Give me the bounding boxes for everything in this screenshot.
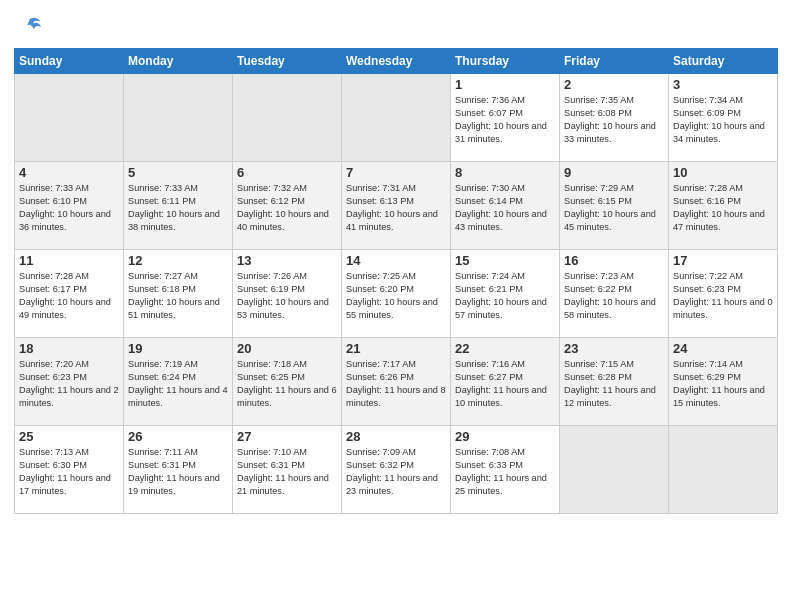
calendar-cell: 2Sunrise: 7:35 AM Sunset: 6:08 PM Daylig… [560, 74, 669, 162]
day-info: Sunrise: 7:10 AM Sunset: 6:31 PM Dayligh… [237, 446, 337, 498]
day-info: Sunrise: 7:27 AM Sunset: 6:18 PM Dayligh… [128, 270, 228, 322]
calendar-cell: 9Sunrise: 7:29 AM Sunset: 6:15 PM Daylig… [560, 162, 669, 250]
calendar-cell [15, 74, 124, 162]
day-number: 22 [455, 341, 555, 356]
day-number: 5 [128, 165, 228, 180]
day-info: Sunrise: 7:13 AM Sunset: 6:30 PM Dayligh… [19, 446, 119, 498]
day-info: Sunrise: 7:22 AM Sunset: 6:23 PM Dayligh… [673, 270, 773, 322]
calendar-cell: 16Sunrise: 7:23 AM Sunset: 6:22 PM Dayli… [560, 250, 669, 338]
logo-bird-icon [16, 14, 44, 42]
calendar-week-row: 1Sunrise: 7:36 AM Sunset: 6:07 PM Daylig… [15, 74, 778, 162]
day-of-week-header: Wednesday [342, 49, 451, 74]
calendar-cell: 7Sunrise: 7:31 AM Sunset: 6:13 PM Daylig… [342, 162, 451, 250]
day-number: 16 [564, 253, 664, 268]
page: SundayMondayTuesdayWednesdayThursdayFrid… [0, 0, 792, 612]
calendar-cell [560, 426, 669, 514]
day-info: Sunrise: 7:32 AM Sunset: 6:12 PM Dayligh… [237, 182, 337, 234]
day-info: Sunrise: 7:18 AM Sunset: 6:25 PM Dayligh… [237, 358, 337, 410]
day-info: Sunrise: 7:19 AM Sunset: 6:24 PM Dayligh… [128, 358, 228, 410]
day-of-week-header: Thursday [451, 49, 560, 74]
day-number: 7 [346, 165, 446, 180]
day-number: 17 [673, 253, 773, 268]
day-number: 27 [237, 429, 337, 444]
day-of-week-header: Tuesday [233, 49, 342, 74]
calendar-cell: 24Sunrise: 7:14 AM Sunset: 6:29 PM Dayli… [669, 338, 778, 426]
day-of-week-header: Monday [124, 49, 233, 74]
day-number: 13 [237, 253, 337, 268]
day-number: 14 [346, 253, 446, 268]
day-of-week-header: Saturday [669, 49, 778, 74]
day-number: 1 [455, 77, 555, 92]
logo [14, 14, 44, 42]
day-info: Sunrise: 7:34 AM Sunset: 6:09 PM Dayligh… [673, 94, 773, 146]
day-info: Sunrise: 7:20 AM Sunset: 6:23 PM Dayligh… [19, 358, 119, 410]
calendar-week-row: 4Sunrise: 7:33 AM Sunset: 6:10 PM Daylig… [15, 162, 778, 250]
day-number: 19 [128, 341, 228, 356]
calendar-cell: 12Sunrise: 7:27 AM Sunset: 6:18 PM Dayli… [124, 250, 233, 338]
calendar-cell: 21Sunrise: 7:17 AM Sunset: 6:26 PM Dayli… [342, 338, 451, 426]
day-info: Sunrise: 7:16 AM Sunset: 6:27 PM Dayligh… [455, 358, 555, 410]
day-number: 9 [564, 165, 664, 180]
calendar-cell: 29Sunrise: 7:08 AM Sunset: 6:33 PM Dayli… [451, 426, 560, 514]
day-of-week-header: Friday [560, 49, 669, 74]
calendar-cell: 5Sunrise: 7:33 AM Sunset: 6:11 PM Daylig… [124, 162, 233, 250]
day-info: Sunrise: 7:33 AM Sunset: 6:11 PM Dayligh… [128, 182, 228, 234]
day-info: Sunrise: 7:31 AM Sunset: 6:13 PM Dayligh… [346, 182, 446, 234]
calendar-cell: 15Sunrise: 7:24 AM Sunset: 6:21 PM Dayli… [451, 250, 560, 338]
day-number: 12 [128, 253, 228, 268]
calendar-cell: 22Sunrise: 7:16 AM Sunset: 6:27 PM Dayli… [451, 338, 560, 426]
day-info: Sunrise: 7:08 AM Sunset: 6:33 PM Dayligh… [455, 446, 555, 498]
day-number: 28 [346, 429, 446, 444]
calendar-cell: 13Sunrise: 7:26 AM Sunset: 6:19 PM Dayli… [233, 250, 342, 338]
day-number: 15 [455, 253, 555, 268]
day-info: Sunrise: 7:24 AM Sunset: 6:21 PM Dayligh… [455, 270, 555, 322]
calendar-cell: 23Sunrise: 7:15 AM Sunset: 6:28 PM Dayli… [560, 338, 669, 426]
day-info: Sunrise: 7:33 AM Sunset: 6:10 PM Dayligh… [19, 182, 119, 234]
calendar-cell: 27Sunrise: 7:10 AM Sunset: 6:31 PM Dayli… [233, 426, 342, 514]
calendar-cell [669, 426, 778, 514]
day-of-week-header: Sunday [15, 49, 124, 74]
day-number: 2 [564, 77, 664, 92]
calendar-cell [342, 74, 451, 162]
calendar-cell [233, 74, 342, 162]
day-number: 21 [346, 341, 446, 356]
calendar-week-row: 25Sunrise: 7:13 AM Sunset: 6:30 PM Dayli… [15, 426, 778, 514]
day-number: 23 [564, 341, 664, 356]
day-info: Sunrise: 7:11 AM Sunset: 6:31 PM Dayligh… [128, 446, 228, 498]
calendar-cell: 10Sunrise: 7:28 AM Sunset: 6:16 PM Dayli… [669, 162, 778, 250]
day-info: Sunrise: 7:36 AM Sunset: 6:07 PM Dayligh… [455, 94, 555, 146]
day-number: 29 [455, 429, 555, 444]
calendar-cell: 18Sunrise: 7:20 AM Sunset: 6:23 PM Dayli… [15, 338, 124, 426]
calendar-cell: 6Sunrise: 7:32 AM Sunset: 6:12 PM Daylig… [233, 162, 342, 250]
day-info: Sunrise: 7:35 AM Sunset: 6:08 PM Dayligh… [564, 94, 664, 146]
day-number: 11 [19, 253, 119, 268]
calendar-cell: 26Sunrise: 7:11 AM Sunset: 6:31 PM Dayli… [124, 426, 233, 514]
day-number: 8 [455, 165, 555, 180]
day-number: 10 [673, 165, 773, 180]
calendar-cell: 17Sunrise: 7:22 AM Sunset: 6:23 PM Dayli… [669, 250, 778, 338]
day-number: 25 [19, 429, 119, 444]
day-number: 26 [128, 429, 228, 444]
day-info: Sunrise: 7:26 AM Sunset: 6:19 PM Dayligh… [237, 270, 337, 322]
day-info: Sunrise: 7:28 AM Sunset: 6:17 PM Dayligh… [19, 270, 119, 322]
day-number: 3 [673, 77, 773, 92]
calendar-cell: 1Sunrise: 7:36 AM Sunset: 6:07 PM Daylig… [451, 74, 560, 162]
day-number: 18 [19, 341, 119, 356]
day-info: Sunrise: 7:28 AM Sunset: 6:16 PM Dayligh… [673, 182, 773, 234]
day-info: Sunrise: 7:09 AM Sunset: 6:32 PM Dayligh… [346, 446, 446, 498]
calendar-cell: 20Sunrise: 7:18 AM Sunset: 6:25 PM Dayli… [233, 338, 342, 426]
day-number: 20 [237, 341, 337, 356]
header [14, 10, 778, 42]
calendar-cell: 11Sunrise: 7:28 AM Sunset: 6:17 PM Dayli… [15, 250, 124, 338]
day-info: Sunrise: 7:29 AM Sunset: 6:15 PM Dayligh… [564, 182, 664, 234]
calendar-week-row: 11Sunrise: 7:28 AM Sunset: 6:17 PM Dayli… [15, 250, 778, 338]
day-info: Sunrise: 7:17 AM Sunset: 6:26 PM Dayligh… [346, 358, 446, 410]
day-info: Sunrise: 7:30 AM Sunset: 6:14 PM Dayligh… [455, 182, 555, 234]
day-info: Sunrise: 7:15 AM Sunset: 6:28 PM Dayligh… [564, 358, 664, 410]
day-info: Sunrise: 7:25 AM Sunset: 6:20 PM Dayligh… [346, 270, 446, 322]
calendar-cell: 3Sunrise: 7:34 AM Sunset: 6:09 PM Daylig… [669, 74, 778, 162]
calendar-cell: 4Sunrise: 7:33 AM Sunset: 6:10 PM Daylig… [15, 162, 124, 250]
calendar-cell [124, 74, 233, 162]
calendar-cell: 14Sunrise: 7:25 AM Sunset: 6:20 PM Dayli… [342, 250, 451, 338]
calendar-cell: 28Sunrise: 7:09 AM Sunset: 6:32 PM Dayli… [342, 426, 451, 514]
